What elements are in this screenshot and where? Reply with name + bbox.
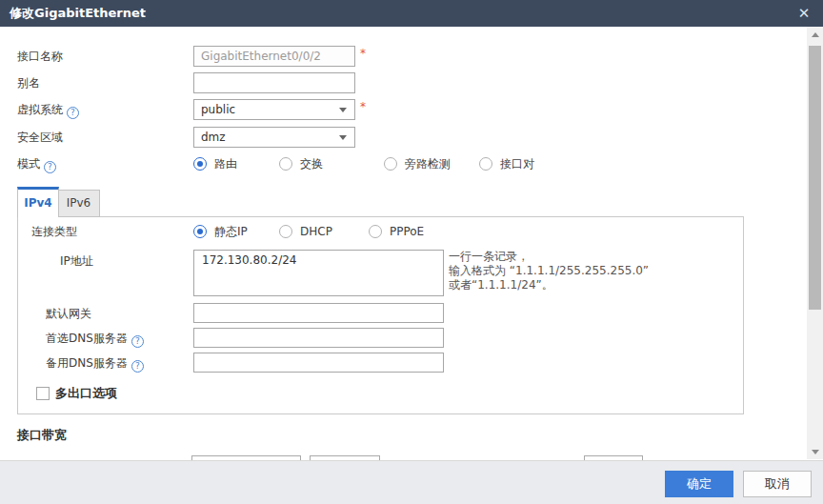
virtual-system-value: public bbox=[201, 103, 235, 116]
tab-ipv4[interactable]: IPv4 bbox=[17, 187, 59, 217]
secondary-dns-label: 备用DNS服务器? bbox=[46, 353, 144, 373]
connection-option-label: DHCP bbox=[300, 225, 332, 238]
alias-label: 别名 bbox=[17, 72, 40, 93]
connection-option-label: 静态IP bbox=[214, 224, 248, 240]
hint-line: 输入格式为 “1.1.1.1/255.255.255.0” bbox=[449, 264, 677, 278]
radio-icon bbox=[279, 225, 292, 238]
connection-type-label: 连接类型 bbox=[31, 221, 77, 242]
required-asterisk: * bbox=[360, 99, 366, 114]
virtual-system-label: 虚拟系统? bbox=[17, 99, 79, 120]
modify-interface-dialog: 修改GigabitEthernet ✕ 接口名称 * 别名 虚拟系统? publ… bbox=[0, 0, 823, 504]
radio-selected-icon bbox=[193, 225, 207, 238]
help-icon[interactable]: ? bbox=[131, 335, 144, 348]
required-asterisk: * bbox=[360, 46, 366, 61]
primary-dns-input[interactable] bbox=[193, 328, 444, 348]
connection-radio-pppoe[interactable]: PPPoE bbox=[369, 222, 424, 241]
primary-dns-label-text: 首选DNS服务器 bbox=[46, 332, 128, 345]
dialog-titlebar: 修改GigabitEthernet ✕ bbox=[0, 0, 823, 27]
mode-radio-route[interactable]: 路由 bbox=[193, 154, 237, 173]
hint-line: 一行一条记录， bbox=[449, 250, 677, 264]
bandwidth-section-title: 接口带宽 bbox=[17, 427, 67, 444]
tab-ipv6[interactable]: IPv6 bbox=[58, 190, 100, 217]
virtual-system-select[interactable]: public bbox=[193, 99, 355, 120]
arrow-up-icon bbox=[812, 32, 819, 37]
radio-icon bbox=[384, 157, 397, 171]
multi-exit-label: 多出口选项 bbox=[55, 383, 117, 404]
scrollbar[interactable] bbox=[807, 27, 823, 459]
mode-option-label: 接口对 bbox=[500, 156, 534, 172]
radio-icon bbox=[279, 157, 292, 171]
mode-radio-interface-pair[interactable]: 接口对 bbox=[479, 154, 534, 173]
scrollbar-up-button[interactable] bbox=[807, 27, 823, 42]
mode-label: 模式? bbox=[17, 153, 56, 174]
connection-option-label: PPPoE bbox=[390, 225, 424, 238]
secondary-dns-input[interactable] bbox=[193, 353, 444, 373]
security-zone-select[interactable]: dmz bbox=[193, 127, 355, 148]
cancel-button[interactable]: 取消 bbox=[743, 471, 812, 497]
radio-icon bbox=[479, 157, 492, 171]
mode-option-label: 交换 bbox=[300, 156, 323, 172]
ok-button[interactable]: 确定 bbox=[665, 471, 733, 497]
help-icon[interactable]: ? bbox=[44, 161, 56, 173]
connection-radio-static-ip[interactable]: 静态IP bbox=[193, 222, 248, 241]
connection-radio-dhcp[interactable]: DHCP bbox=[279, 222, 332, 241]
security-zone-label: 安全区域 bbox=[17, 127, 63, 148]
virtual-system-label-text: 虚拟系统 bbox=[17, 103, 63, 116]
hint-line: 或者“1.1.1.1/24”。 bbox=[449, 278, 677, 292]
multi-exit-checkbox[interactable] bbox=[36, 387, 50, 400]
radio-selected-icon bbox=[193, 157, 207, 171]
interface-name-label: 接口名称 bbox=[17, 46, 63, 67]
interface-name-input bbox=[193, 46, 355, 67]
mode-radio-switch[interactable]: 交换 bbox=[279, 154, 323, 173]
scrollbar-down-button[interactable] bbox=[807, 444, 823, 459]
primary-dns-label: 首选DNS服务器? bbox=[46, 328, 144, 349]
default-gateway-input[interactable] bbox=[193, 303, 444, 323]
close-icon[interactable]: ✕ bbox=[791, 0, 817, 27]
security-zone-value: dmz bbox=[201, 131, 226, 144]
dialog-title: 修改GigabitEthernet bbox=[10, 0, 146, 27]
scrollbar-thumb[interactable] bbox=[809, 46, 821, 310]
mode-radio-bypass-detect[interactable]: 旁路检测 bbox=[384, 154, 451, 173]
mode-option-label: 旁路检测 bbox=[405, 156, 451, 172]
arrow-down-icon bbox=[812, 450, 819, 454]
chevron-down-icon bbox=[339, 108, 347, 112]
mode-option-label: 路由 bbox=[214, 156, 237, 172]
default-gateway-label: 默认网关 bbox=[46, 303, 91, 324]
dialog-footer: 确定 取消 bbox=[0, 460, 823, 504]
ip-address-label: IP地址 bbox=[60, 251, 93, 272]
alias-input[interactable] bbox=[193, 72, 355, 93]
help-icon[interactable]: ? bbox=[67, 107, 79, 119]
secondary-dns-label-text: 备用DNS服务器 bbox=[46, 356, 128, 370]
radio-icon bbox=[369, 225, 382, 238]
ip-address-textarea[interactable]: 172.130.80.2/24 bbox=[193, 250, 444, 296]
chevron-down-icon bbox=[339, 135, 347, 140]
mode-label-text: 模式 bbox=[17, 157, 40, 171]
help-icon[interactable]: ? bbox=[131, 360, 144, 373]
ip-address-hint: 一行一条记录， 输入格式为 “1.1.1.1/255.255.255.0” 或者… bbox=[449, 250, 677, 292]
